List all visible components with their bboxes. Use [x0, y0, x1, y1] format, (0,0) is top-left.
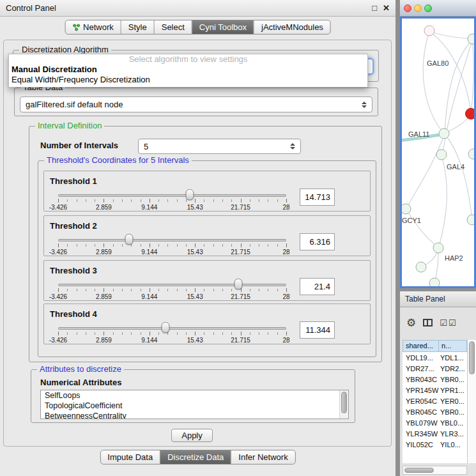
- table-data-combobox[interactable]: galFiltered.sif default node: [20, 96, 372, 112]
- close-button[interactable]: [404, 4, 411, 12]
- combo-arrows-icon: [286, 143, 295, 150]
- tab-network[interactable]: Network: [65, 20, 121, 34]
- tab-discretize-data[interactable]: Discretize Data: [160, 450, 231, 464]
- network-node[interactable]: [429, 278, 440, 288]
- slider-track[interactable]: [58, 194, 286, 197]
- network-node[interactable]: [416, 262, 426, 272]
- tab-style[interactable]: Style: [121, 20, 154, 34]
- network-node[interactable]: [468, 149, 474, 159]
- threshold-2-value[interactable]: 6.316: [300, 233, 335, 250]
- threshold-3-slider[interactable]: -3.426 2.859 9.144 15.43 21.715 28: [58, 280, 286, 300]
- node-label: GCY1: [402, 217, 421, 224]
- network-node[interactable]: [468, 34, 474, 44]
- column-header-name[interactable]: n...: [439, 340, 467, 352]
- selected-network-node[interactable]: [466, 109, 475, 119]
- table-row[interactable]: YBL079W YBL0...: [403, 417, 467, 428]
- node-label: GAL80: [427, 59, 449, 67]
- node-label: GAL4: [447, 163, 464, 171]
- slider-track[interactable]: [58, 327, 286, 330]
- close-panel-icon[interactable]: ✕: [383, 4, 390, 12]
- table-cell: YDR27...: [403, 365, 439, 372]
- network-node[interactable]: [402, 204, 411, 214]
- table-row[interactable]: YIL052C YIL0...: [403, 439, 467, 450]
- control-panel-titlebar: Control Panel □ ✕: [0, 0, 395, 17]
- tab-infer-network[interactable]: Infer Network: [231, 450, 295, 464]
- slider-ticks: [58, 244, 286, 247]
- table-row[interactable]: YBR045C YBR0...: [403, 406, 467, 417]
- threshold-3-label: Threshold 3: [50, 266, 97, 275]
- slider-thumb[interactable]: [186, 189, 194, 200]
- tab-cyni-toolbox[interactable]: Cyni Toolbox: [192, 20, 254, 34]
- float-window-icon[interactable]: □: [372, 4, 377, 12]
- table-data-group: Table Data galFiltered.sif default node: [14, 88, 378, 116]
- interval-definition-group-label: Interval Definition: [35, 121, 104, 130]
- table-cell: YDL1...: [439, 354, 467, 362]
- table-row[interactable]: YDR27... YDR2...: [403, 363, 467, 374]
- apply-button[interactable]: Apply: [171, 429, 213, 442]
- network-window-titlebar[interactable]: [400, 0, 476, 17]
- slider-thumb[interactable]: [125, 234, 133, 245]
- zoom-button[interactable]: [424, 4, 432, 12]
- attributes-scrollbar[interactable]: [339, 390, 348, 418]
- network-node[interactable]: [433, 243, 443, 253]
- slider-track[interactable]: [58, 284, 286, 286]
- slider-scale: -3.426 2.859 9.144 15.43 21.715 28: [58, 293, 286, 300]
- threshold-2-slider[interactable]: -3.426 2.859 9.144 15.43 21.715 28: [58, 235, 286, 256]
- network-node[interactable]: [467, 215, 474, 225]
- threshold-3-value[interactable]: 21.4: [300, 278, 335, 295]
- threshold-1-slider[interactable]: -3.426 2.859 9.144 15.43 21.715 28: [58, 190, 286, 211]
- tab-style-label: Style: [128, 22, 147, 32]
- scrollbar-thumb[interactable]: [469, 341, 475, 374]
- tab-network-label: Network: [83, 22, 114, 32]
- list-item[interactable]: BetweennessCentrality: [41, 411, 348, 419]
- threshold-1-panel: Threshold 1 -3.426 2.859 9.144 15.43 21.…: [43, 171, 371, 211]
- tab-impute-data[interactable]: Impute Data: [100, 450, 160, 464]
- table-row[interactable]: YDL19... YDL1...: [403, 352, 467, 363]
- algorithm-option-equal-width[interactable]: Equal Width/Frequency Discretization: [9, 75, 367, 85]
- slider-ticks: [58, 332, 286, 335]
- algorithm-option-manual[interactable]: Manual Discretization: [9, 65, 367, 75]
- threshold-1-value[interactable]: 14.713: [300, 188, 335, 206]
- bottom-tab-bar: Impute Data Discretize Data Infer Networ…: [100, 450, 295, 464]
- slider-thumb[interactable]: [161, 322, 169, 333]
- select-columns-icon[interactable]: ☑ ☑: [440, 319, 456, 327]
- numerical-attributes-list: SelfLoops TopologicalCoefficient Between…: [40, 390, 349, 419]
- scrollbar-thumb[interactable]: [341, 392, 347, 413]
- table-row[interactable]: YPR145W YPR1...: [403, 385, 467, 395]
- minimize-button[interactable]: [414, 4, 422, 12]
- slider-scale: -3.426 2.859 9.144 15.43 21.715 28: [58, 337, 286, 344]
- table-row[interactable]: YLR345W YLR3...: [403, 428, 467, 439]
- table-vertical-scrollbar[interactable]: [467, 340, 476, 463]
- network-canvas[interactable]: GAL80 GAL11 GAL4 GCY1 HAP2: [400, 17, 476, 288]
- slider-track[interactable]: [58, 239, 286, 242]
- number-of-intervals-combobox[interactable]: 5: [138, 139, 301, 154]
- table-row[interactable]: YER054C YER0...: [403, 395, 467, 406]
- slider-thumb[interactable]: [234, 279, 243, 289]
- numerical-attributes-label: Numerical Attributes: [40, 378, 121, 387]
- list-item[interactable]: SelfLoops: [41, 390, 348, 401]
- gear-icon[interactable]: ⚙: [406, 318, 416, 328]
- table-horizontal-scrollbar[interactable]: [403, 466, 467, 475]
- threshold-4-label: Threshold 4: [50, 309, 97, 319]
- threshold-4-slider[interactable]: -3.426 2.859 9.144 15.43 21.715 28: [58, 323, 286, 344]
- scrollbar-thumb[interactable]: [404, 468, 434, 473]
- network-node[interactable]: [439, 128, 449, 139]
- column-header-shared-name[interactable]: shared...: [403, 340, 439, 352]
- combo-arrows-icon: [358, 102, 367, 108]
- table-cell: YPR1...: [439, 387, 467, 394]
- table-cell: YDR2...: [439, 365, 467, 372]
- table-cell: YBR0...: [439, 408, 467, 416]
- table-row[interactable]: YBR043C YBR0...: [403, 374, 467, 385]
- network-node[interactable]: [424, 26, 434, 36]
- threshold-4-value[interactable]: 11.344: [300, 321, 335, 339]
- tab-jactivemnodules[interactable]: jActiveMNodules: [254, 20, 330, 34]
- table-cell: YER054C: [403, 397, 439, 405]
- network-node[interactable]: [436, 150, 447, 160]
- network-view-window: GAL80 GAL11 GAL4 GCY1 HAP2: [400, 0, 476, 288]
- columns-icon[interactable]: [423, 319, 433, 326]
- list-item[interactable]: TopologicalCoefficient: [41, 401, 348, 411]
- table-cell: YER0...: [439, 397, 467, 405]
- table-cell: YIL052C: [403, 441, 439, 449]
- table-toolbar: ⚙ ☑ ☑: [406, 314, 467, 331]
- tab-select[interactable]: Select: [154, 20, 192, 34]
